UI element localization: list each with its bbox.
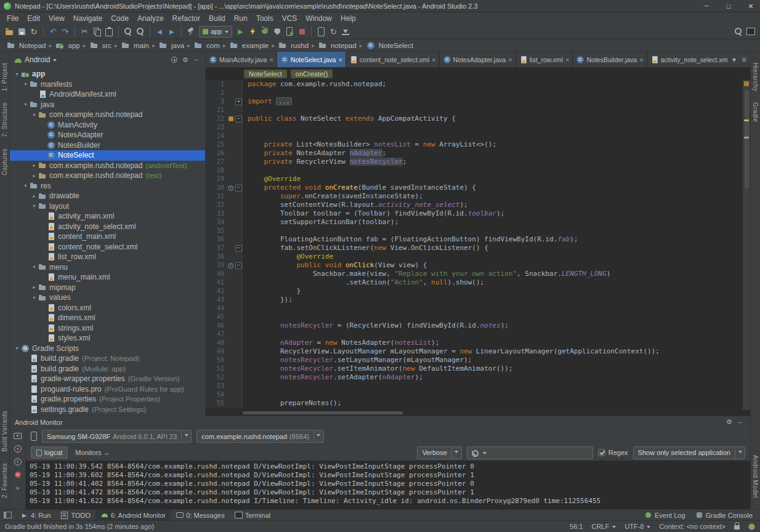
breadcrumb-item[interactable]: notepad bbox=[317, 41, 358, 50]
tree-item[interactable]: ▸drawable bbox=[10, 191, 205, 201]
terminate-app-icon[interactable] bbox=[13, 470, 22, 479]
breadcrumb-item[interactable]: app bbox=[54, 41, 81, 50]
panel-icon[interactable] bbox=[745, 26, 756, 37]
process-select[interactable]: com.example.rushd.notepad (8564) bbox=[196, 430, 324, 443]
editor-tab[interactable]: NotesAdapter.java× bbox=[440, 52, 516, 67]
breadcrumb-item[interactable]: src bbox=[88, 41, 113, 50]
tree-item[interactable]: settings.gradle(Project Settings) bbox=[10, 405, 205, 415]
tree-arrow-icon[interactable]: ▸ bbox=[31, 193, 38, 199]
forward-icon[interactable] bbox=[166, 26, 177, 37]
tab-close-icon[interactable]: × bbox=[269, 56, 273, 63]
open-icon[interactable] bbox=[4, 26, 15, 37]
menu-item-help[interactable]: Help bbox=[336, 14, 360, 23]
lock-icon[interactable] bbox=[734, 525, 740, 530]
tree-item[interactable]: ▾app bbox=[10, 69, 205, 79]
run-config-select[interactable]: app bbox=[199, 26, 232, 38]
tree-arrow-icon[interactable]: ▾ bbox=[31, 112, 38, 118]
system-info-icon[interactable] bbox=[13, 457, 22, 466]
editor-menu-icon[interactable] bbox=[739, 55, 749, 65]
breadcrumb-item[interactable]: Notepad bbox=[5, 41, 47, 50]
tree-item[interactable]: content_note_select.xml bbox=[10, 242, 205, 252]
gutter-mark-icon[interactable] bbox=[227, 115, 235, 123]
toolwindow-button-hierarchy[interactable]: Hierarchy bbox=[752, 63, 759, 91]
avd-manager-icon[interactable] bbox=[315, 26, 326, 37]
tree-item[interactable]: colors.xml bbox=[10, 303, 205, 313]
logcat-search[interactable] bbox=[467, 446, 593, 459]
override-icon[interactable] bbox=[227, 261, 235, 270]
menu-item-tools[interactable]: Tools bbox=[252, 14, 278, 23]
tree-item[interactable]: dimens.xml bbox=[10, 313, 205, 323]
make-icon[interactable] bbox=[185, 26, 196, 37]
tree-item[interactable]: NoteSelect bbox=[10, 150, 205, 161]
maximize-button[interactable] bbox=[719, 0, 738, 12]
search-history-icon[interactable] bbox=[483, 452, 487, 456]
sync-icon[interactable] bbox=[28, 26, 39, 37]
back-icon[interactable] bbox=[154, 26, 165, 37]
undo-icon[interactable] bbox=[47, 26, 59, 37]
run-icon[interactable] bbox=[235, 26, 246, 37]
replace-icon[interactable] bbox=[135, 26, 146, 37]
tab-close-icon[interactable]: × bbox=[639, 56, 643, 63]
tree-item[interactable]: ▾menu bbox=[10, 262, 205, 273]
instant-run-icon[interactable] bbox=[247, 26, 258, 37]
toolwindow-button-gradle[interactable]: Gradle bbox=[752, 102, 759, 122]
tree-arrow-icon[interactable]: ▾ bbox=[22, 81, 29, 87]
hide-panel-icon[interactable] bbox=[192, 55, 201, 65]
menu-item-view[interactable]: View bbox=[44, 14, 69, 23]
regex-option[interactable]: Regex bbox=[598, 449, 628, 456]
logcat-search-input[interactable] bbox=[488, 449, 590, 456]
toolwindow-button-0-messages[interactable]: 0: Messages bbox=[171, 510, 229, 520]
tree-item[interactable]: gradle-wrapper.properties(Gradle Version… bbox=[10, 374, 205, 384]
breadcrumb-item[interactable]: java bbox=[157, 41, 185, 50]
screenshot-icon[interactable] bbox=[13, 431, 22, 440]
breadcrumb-item[interactable]: rushd bbox=[277, 41, 310, 50]
editor-tab[interactable]: MainActivity.java× bbox=[206, 52, 277, 67]
tree-item[interactable]: build.gradle(Module: app) bbox=[10, 364, 205, 374]
toolwindow-button-7-structure[interactable]: 7: Structure bbox=[1, 102, 8, 137]
stop-icon[interactable] bbox=[296, 26, 307, 37]
menu-item-edit[interactable]: Edit bbox=[23, 14, 44, 23]
editor-breadcrumb[interactable]: NoteSelect bbox=[244, 70, 287, 78]
tree-item[interactable]: ▾java bbox=[10, 100, 205, 110]
toolwindow-button-event-log[interactable]: Event Log bbox=[639, 510, 690, 520]
tree-item[interactable]: ▾layout bbox=[10, 201, 205, 212]
tree-item[interactable]: NotesBuilder bbox=[10, 140, 205, 151]
tree-arrow-icon[interactable]: ▾ bbox=[14, 71, 20, 77]
menu-item-build[interactable]: Build bbox=[204, 14, 230, 23]
fold-marker-icon[interactable] bbox=[235, 97, 243, 106]
horizontal-scrollbar[interactable] bbox=[206, 410, 750, 416]
logcat-filter-select[interactable]: Show only selected application bbox=[633, 446, 745, 459]
context-selector[interactable]: Context: <no context> bbox=[659, 523, 726, 530]
toolwindow-button-todo[interactable]: TODO bbox=[55, 510, 95, 520]
tree-arrow-icon[interactable]: ▸ bbox=[31, 284, 38, 290]
tree-arrow-icon[interactable]: ▾ bbox=[22, 183, 29, 188]
scroll-to-source-icon[interactable] bbox=[169, 55, 179, 65]
tab-logcat[interactable]: logcat bbox=[31, 446, 68, 459]
editor-tab[interactable]: activity_note_select.xml× bbox=[647, 52, 739, 67]
breadcrumb-item[interactable]: example bbox=[228, 41, 270, 50]
tree-item[interactable]: ▸com.example.rushd.notepad(androidTest) bbox=[10, 161, 205, 171]
inspections-icon[interactable] bbox=[748, 523, 755, 530]
regex-checkbox[interactable] bbox=[598, 449, 605, 456]
gradle-sync-icon[interactable] bbox=[328, 26, 339, 37]
tree-arrow-icon[interactable]: ▾ bbox=[14, 345, 20, 351]
menu-item-file[interactable]: File bbox=[2, 14, 23, 23]
tree-arrow-icon[interactable]: ▾ bbox=[31, 264, 38, 270]
toolwindow-button-captures[interactable]: Captures bbox=[1, 148, 8, 175]
tree-item[interactable]: gradle.properties(Project Properties) bbox=[10, 394, 205, 405]
encoding-selector[interactable]: UTF-8 bbox=[625, 523, 650, 530]
tree-item[interactable]: ▾values bbox=[10, 292, 205, 303]
scrollbar-thumb[interactable] bbox=[745, 90, 749, 188]
tree-item[interactable]: ▾res bbox=[10, 181, 205, 191]
attach-debugger-icon[interactable] bbox=[284, 26, 295, 37]
tree-item[interactable]: MainActivity bbox=[10, 120, 205, 131]
menu-item-window[interactable]: Window bbox=[301, 14, 336, 23]
coverage-icon[interactable] bbox=[272, 26, 283, 37]
fold-marker-icon[interactable] bbox=[235, 183, 243, 192]
tree-arrow-icon[interactable]: ▸ bbox=[31, 163, 38, 168]
tree-item[interactable]: activity_main.xml bbox=[10, 211, 205, 222]
editor-breadcrumb[interactable]: onCreate() bbox=[291, 70, 333, 78]
editor-tab[interactable]: NoteSelect.java× bbox=[277, 52, 346, 67]
project-view-selector[interactable]: Android bbox=[25, 55, 50, 64]
editor-tab[interactable]: NotesBuilder.java× bbox=[573, 52, 647, 67]
